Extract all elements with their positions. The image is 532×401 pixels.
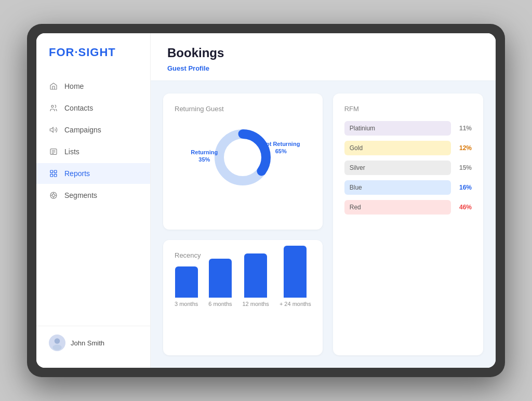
not-returning-label: Not Returning 65%	[262, 140, 300, 155]
returning-guest-card: Returning Guest Returning 35%	[163, 93, 323, 230]
bar-group-3months: 3 months	[175, 266, 198, 307]
sidebar-item-contacts[interactable]: Contacts	[36, 98, 150, 118]
bar-12months	[244, 253, 267, 298]
breadcrumb[interactable]: Guest Profile	[167, 64, 479, 81]
sidebar-item-contacts-label: Contacts	[64, 104, 93, 112]
logo-suffix: SIGHT	[78, 46, 116, 59]
segments-icon	[49, 191, 58, 200]
sidebar-item-campaigns-label: Campaigns	[64, 126, 101, 134]
returning-label-text: Returning 35%	[191, 149, 218, 164]
rfm-bar-silver: Silver	[344, 161, 451, 175]
sidebar-item-reports-label: Reports	[64, 169, 90, 178]
bar-label-6months: 6 months	[208, 301, 232, 307]
bar-chart: 3 months 6 months 12 months	[175, 268, 311, 319]
svg-point-0	[51, 105, 54, 108]
main-content: Bookings Guest Profile Returning Guest R…	[151, 33, 496, 368]
rfm-bar-gold: Gold	[344, 141, 451, 155]
recency-card: Recency 3 months 6 months	[163, 240, 323, 355]
bar-label-12months: 12 months	[243, 301, 269, 307]
contacts-icon	[49, 103, 58, 113]
returning-label: Returning 35%	[191, 149, 218, 164]
sidebar-item-home-label: Home	[64, 82, 84, 90]
svg-point-17	[52, 345, 62, 351]
sidebar-item-segments-label: Segments	[64, 191, 97, 199]
sidebar-item-segments[interactable]: Segments	[36, 185, 150, 206]
sidebar-item-lists-label: Lists	[64, 148, 79, 156]
not-returning-label-text: Not Returning 65%	[262, 140, 300, 155]
lists-icon	[49, 147, 58, 156]
donut-container: Returning 35%	[175, 121, 311, 194]
sidebar-item-home[interactable]: Home	[36, 76, 150, 97]
bar-label-3months: 3 months	[175, 301, 198, 307]
sidebar-user: John Smith	[36, 326, 150, 359]
avatar	[49, 335, 65, 351]
rfm-bar-platinium: Platinium	[344, 121, 451, 136]
rfm-pct-red: 46%	[455, 204, 472, 211]
donut-chart-svg	[209, 124, 276, 191]
svg-rect-8	[50, 174, 53, 177]
svg-rect-6	[50, 170, 53, 173]
rfm-pct-gold: 12%	[455, 144, 472, 152]
logo-separator: ·	[74, 46, 78, 59]
sidebar-item-reports[interactable]: Reports	[36, 163, 150, 184]
main-body: Returning Guest Returning 35%	[151, 81, 496, 368]
rfm-bar-red: Red	[344, 200, 451, 215]
rfm-bar-blue: Blue	[344, 180, 451, 195]
rfm-row-red: Red 46%	[344, 200, 472, 215]
campaigns-icon	[49, 125, 58, 135]
logo-prefix: FOR	[49, 46, 74, 59]
reports-icon	[49, 169, 58, 178]
rfm-pct-blue: 16%	[455, 184, 472, 191]
returning-guest-title: Returning Guest	[175, 105, 311, 113]
bar-24months	[284, 246, 307, 298]
svg-rect-7	[54, 170, 57, 173]
svg-point-11	[52, 194, 55, 196]
nav-menu: Home Contacts	[36, 76, 150, 317]
device-frame: FOR·SIGHT Home	[27, 24, 505, 377]
logo: FOR·SIGHT	[36, 46, 150, 76]
bar-label-24months: + 24 months	[280, 301, 311, 307]
svg-point-16	[55, 338, 60, 344]
page-title: Bookings	[167, 46, 479, 60]
sidebar: FOR·SIGHT Home	[36, 33, 151, 368]
home-icon	[49, 82, 58, 91]
rfm-label-gold: Gold	[350, 144, 363, 152]
rfm-title: RFM	[344, 105, 472, 113]
bar-3months	[175, 266, 198, 298]
main-header: Bookings Guest Profile	[151, 33, 496, 81]
sidebar-item-campaigns[interactable]: Campaigns	[36, 119, 150, 140]
rfm-label-silver: Silver	[350, 164, 365, 171]
sidebar-item-lists[interactable]: Lists	[36, 141, 150, 162]
rfm-label-blue: Blue	[350, 184, 362, 191]
rfm-card: RFM Platinium 11% Gold	[333, 93, 483, 355]
bar-group-24months: + 24 months	[280, 246, 311, 307]
bar-6months	[209, 259, 232, 298]
svg-marker-1	[50, 127, 53, 132]
rfm-items: Platinium 11% Gold 12%	[344, 121, 472, 215]
svg-rect-9	[54, 174, 57, 177]
bar-group-6months: 6 months	[208, 259, 232, 307]
rfm-row-gold: Gold 12%	[344, 141, 472, 155]
screen: FOR·SIGHT Home	[36, 33, 496, 368]
rfm-pct-silver: 15%	[455, 164, 472, 171]
rfm-row-blue: Blue 16%	[344, 180, 472, 195]
user-name: John Smith	[71, 339, 104, 347]
rfm-row-silver: Silver 15%	[344, 161, 472, 175]
rfm-label-platinium: Platinium	[350, 125, 375, 132]
bar-group-12months: 12 months	[243, 253, 269, 307]
rfm-row-platinium: Platinium 11%	[344, 121, 472, 136]
rfm-label-red: Red	[350, 204, 361, 211]
rfm-pct-platinium: 11%	[455, 125, 472, 132]
svg-point-20	[227, 142, 258, 173]
